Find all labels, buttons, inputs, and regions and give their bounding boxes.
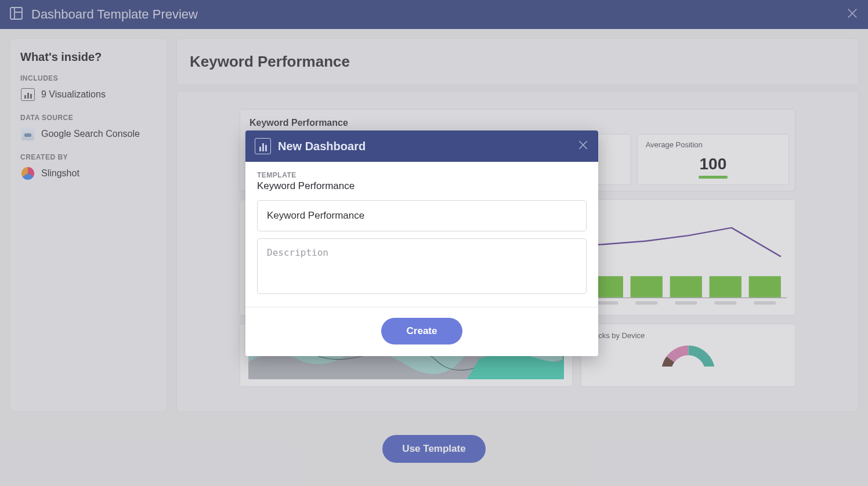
create-button[interactable]: Create: [381, 318, 463, 344]
template-name: Keyword Performance: [257, 180, 587, 192]
template-label: TEMPLATE: [257, 171, 587, 179]
modal-title: New Dashboard: [278, 140, 577, 153]
dashboard-name-input[interactable]: [257, 200, 587, 231]
modal-close-button[interactable]: [577, 139, 589, 153]
modal-header: New Dashboard: [245, 130, 598, 162]
dashboard-icon: [255, 138, 271, 154]
new-dashboard-modal: New Dashboard TEMPLATE Keyword Performan…: [245, 130, 598, 356]
dashboard-description-input[interactable]: [257, 238, 587, 294]
